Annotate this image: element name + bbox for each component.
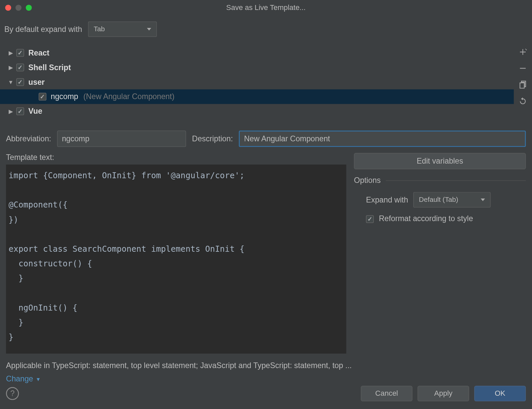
copy-icon bbox=[518, 80, 527, 89]
tree-row-ngcomp[interactable]: ▶ ngcomp (New Angular Component) bbox=[0, 89, 514, 104]
abbr-desc-row: Abbreviation: Description: bbox=[0, 119, 532, 151]
tree-row-user[interactable]: ▼ user bbox=[0, 75, 514, 89]
help-button[interactable]: ? bbox=[6, 387, 19, 400]
expand-with-label: Expand with bbox=[366, 195, 408, 204]
tree-label: React bbox=[28, 48, 49, 57]
expand-default-row: By default expand with Tab bbox=[0, 16, 532, 43]
window-title: Save as Live Template... bbox=[0, 3, 532, 12]
expand-default-value: Tab bbox=[94, 25, 105, 33]
chevron-right-icon[interactable]: ▶ bbox=[8, 50, 14, 56]
minus-icon bbox=[518, 64, 527, 73]
expand-with-select[interactable]: Default (Tab) bbox=[413, 192, 491, 208]
edit-variables-button[interactable]: Edit variables bbox=[354, 153, 526, 169]
checkbox[interactable] bbox=[16, 107, 24, 115]
plus-icon bbox=[518, 48, 527, 56]
template-tree[interactable]: ▶ React ▶ Shell Script ▼ user ▶ ngcomp (… bbox=[0, 43, 514, 118]
template-section: Template text: import {Component, OnInit… bbox=[0, 150, 532, 353]
expand-with-value: Default (Tab) bbox=[419, 196, 458, 204]
tree-side-buttons bbox=[514, 43, 532, 118]
tree-row-vue[interactable]: ▶ Vue bbox=[0, 104, 514, 119]
titlebar: Save as Live Template... bbox=[0, 0, 532, 16]
checkbox[interactable] bbox=[16, 49, 24, 57]
expand-default-select[interactable]: Tab bbox=[88, 22, 157, 37]
template-text-editor[interactable]: import {Component, OnInit} from '@angula… bbox=[6, 165, 346, 353]
reformat-label: Reformat according to style bbox=[379, 214, 473, 223]
remove-template-button[interactable] bbox=[516, 62, 529, 75]
tree-label: user bbox=[28, 77, 45, 86]
reformat-row: Reformat according to style bbox=[354, 214, 526, 223]
tree-row-react[interactable]: ▶ React bbox=[0, 46, 514, 60]
tree-child-desc: (New Angular Component) bbox=[83, 92, 175, 101]
template-right: Edit variables Options Expand with Defau… bbox=[354, 153, 526, 353]
tree-child-abbr: ngcomp bbox=[51, 92, 78, 101]
apply-button[interactable]: Apply bbox=[418, 386, 469, 401]
dialog-footer: ? Cancel Apply OK bbox=[0, 378, 532, 409]
reformat-checkbox[interactable] bbox=[366, 215, 374, 223]
tree-row-shellscript[interactable]: ▶ Shell Script bbox=[0, 60, 514, 75]
expand-with-row: Expand with Default (Tab) bbox=[354, 192, 526, 208]
options-label: Options bbox=[354, 176, 381, 185]
abbreviation-input[interactable] bbox=[57, 131, 186, 147]
chevron-right-icon[interactable]: ▶ bbox=[8, 108, 14, 114]
duplicate-template-button[interactable] bbox=[516, 78, 529, 91]
revert-icon bbox=[518, 97, 527, 105]
template-text-label: Template text: bbox=[6, 153, 346, 162]
description-label: Description: bbox=[192, 134, 233, 143]
expand-default-label: By default expand with bbox=[4, 25, 82, 34]
restore-template-button[interactable] bbox=[516, 94, 529, 107]
checkbox[interactable] bbox=[16, 64, 24, 71]
add-template-button[interactable] bbox=[516, 46, 529, 59]
template-left: Template text: import {Component, OnInit… bbox=[6, 153, 346, 353]
help-icon: ? bbox=[10, 389, 15, 398]
divider bbox=[386, 181, 526, 181]
tree-label: Shell Script bbox=[28, 63, 71, 72]
template-tree-container: ▶ React ▶ Shell Script ▼ user ▶ ngcomp (… bbox=[0, 43, 532, 118]
cancel-button[interactable]: Cancel bbox=[361, 386, 412, 401]
options-header: Options bbox=[354, 176, 526, 185]
chevron-down-icon[interactable]: ▼ bbox=[8, 79, 14, 85]
tree-label: Vue bbox=[28, 107, 42, 116]
description-input[interactable] bbox=[239, 131, 526, 147]
checkbox[interactable] bbox=[16, 78, 24, 86]
checkbox[interactable] bbox=[39, 93, 46, 100]
applicable-contexts-text: Applicable in TypeScript: statement, top… bbox=[0, 353, 532, 373]
chevron-right-icon[interactable]: ▶ bbox=[8, 64, 14, 70]
ok-button[interactable]: OK bbox=[474, 386, 526, 401]
abbreviation-label: Abbreviation: bbox=[6, 134, 51, 143]
